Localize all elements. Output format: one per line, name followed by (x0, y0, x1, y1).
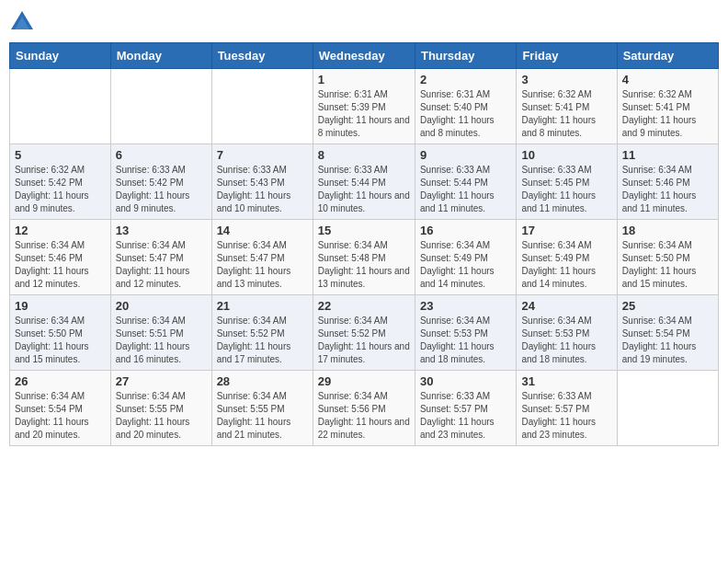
day-number: 3 (521, 73, 611, 86)
day-number: 23 (420, 299, 511, 313)
day-info: Sunrise: 6:34 AMSunset: 5:54 PMDaylight:… (15, 390, 106, 442)
calendar-day-cell: 10Sunrise: 6:33 AMSunset: 5:45 PMDayligh… (517, 144, 617, 220)
weekday-header: Wednesday (313, 43, 415, 69)
day-number: 30 (420, 374, 511, 388)
calendar-day-cell: 5Sunrise: 6:32 AMSunset: 5:42 PMDaylight… (10, 144, 111, 220)
day-number: 26 (15, 374, 106, 388)
day-info: Sunrise: 6:34 AMSunset: 5:48 PMDaylight:… (318, 239, 410, 291)
calendar-day-cell: 1Sunrise: 6:31 AMSunset: 5:39 PMDaylight… (313, 69, 415, 144)
day-info: Sunrise: 6:34 AMSunset: 5:55 PMDaylight:… (217, 390, 308, 442)
day-info: Sunrise: 6:33 AMSunset: 5:45 PMDaylight:… (521, 164, 611, 215)
day-info: Sunrise: 6:34 AMSunset: 5:49 PMDaylight:… (521, 239, 611, 291)
calendar-day-cell: 19Sunrise: 6:34 AMSunset: 5:50 PMDayligh… (10, 295, 111, 371)
calendar: SundayMondayTuesdayWednesdayThursdayFrid… (9, 42, 719, 446)
day-info: Sunrise: 6:34 AMSunset: 5:52 PMDaylight:… (318, 315, 410, 366)
day-number: 8 (318, 148, 410, 162)
calendar-day-cell (617, 371, 718, 446)
day-number: 21 (217, 299, 308, 313)
calendar-day-cell: 11Sunrise: 6:34 AMSunset: 5:46 PMDayligh… (617, 144, 718, 220)
day-number: 20 (116, 299, 207, 313)
weekday-header: Saturday (617, 43, 718, 69)
day-info: Sunrise: 6:33 AMSunset: 5:44 PMDaylight:… (420, 164, 511, 215)
calendar-day-cell: 15Sunrise: 6:34 AMSunset: 5:48 PMDayligh… (313, 220, 415, 295)
day-number: 2 (420, 73, 511, 86)
day-info: Sunrise: 6:33 AMSunset: 5:44 PMDaylight:… (318, 164, 410, 215)
day-info: Sunrise: 6:32 AMSunset: 5:41 PMDaylight:… (622, 88, 713, 140)
day-number: 9 (420, 148, 511, 162)
calendar-day-cell: 14Sunrise: 6:34 AMSunset: 5:47 PMDayligh… (211, 220, 313, 295)
calendar-day-cell: 18Sunrise: 6:34 AMSunset: 5:50 PMDayligh… (617, 220, 718, 295)
day-number: 7 (217, 148, 308, 162)
day-info: Sunrise: 6:34 AMSunset: 5:46 PMDaylight:… (15, 239, 106, 291)
calendar-day-cell (211, 69, 313, 144)
calendar-day-cell: 27Sunrise: 6:34 AMSunset: 5:55 PMDayligh… (110, 371, 211, 446)
day-info: Sunrise: 6:34 AMSunset: 5:49 PMDaylight:… (420, 239, 511, 291)
calendar-day-cell: 28Sunrise: 6:34 AMSunset: 5:55 PMDayligh… (211, 371, 313, 446)
calendar-day-cell: 30Sunrise: 6:33 AMSunset: 5:57 PMDayligh… (415, 371, 516, 446)
calendar-day-cell: 26Sunrise: 6:34 AMSunset: 5:54 PMDayligh… (10, 371, 111, 446)
day-info: Sunrise: 6:33 AMSunset: 5:43 PMDaylight:… (217, 164, 308, 215)
day-number: 28 (217, 374, 308, 388)
weekday-header: Thursday (415, 43, 516, 69)
day-number: 19 (15, 299, 106, 313)
day-info: Sunrise: 6:34 AMSunset: 5:51 PMDaylight:… (116, 315, 207, 366)
calendar-day-cell: 24Sunrise: 6:34 AMSunset: 5:53 PMDayligh… (517, 295, 617, 371)
day-number: 11 (622, 148, 713, 162)
calendar-day-cell (110, 69, 211, 144)
day-number: 16 (420, 224, 511, 237)
calendar-day-cell: 23Sunrise: 6:34 AMSunset: 5:53 PMDayligh… (415, 295, 516, 371)
calendar-day-cell: 13Sunrise: 6:34 AMSunset: 5:47 PMDayligh… (110, 220, 211, 295)
day-info: Sunrise: 6:31 AMSunset: 5:40 PMDaylight:… (420, 88, 511, 140)
day-number: 14 (217, 224, 308, 237)
calendar-day-cell: 31Sunrise: 6:33 AMSunset: 5:57 PMDayligh… (517, 371, 617, 446)
day-info: Sunrise: 6:34 AMSunset: 5:52 PMDaylight:… (217, 315, 308, 366)
day-info: Sunrise: 6:32 AMSunset: 5:41 PMDaylight:… (521, 88, 611, 140)
calendar-day-cell: 12Sunrise: 6:34 AMSunset: 5:46 PMDayligh… (10, 220, 111, 295)
calendar-day-cell: 3Sunrise: 6:32 AMSunset: 5:41 PMDaylight… (517, 69, 617, 144)
calendar-day-cell: 4Sunrise: 6:32 AMSunset: 5:41 PMDaylight… (617, 69, 718, 144)
weekday-header-row: SundayMondayTuesdayWednesdayThursdayFrid… (10, 43, 719, 69)
day-number: 31 (521, 374, 611, 388)
day-info: Sunrise: 6:34 AMSunset: 5:47 PMDaylight:… (217, 239, 308, 291)
day-number: 6 (116, 148, 207, 162)
day-number: 27 (116, 374, 207, 388)
logo-icon (9, 9, 35, 35)
day-info: Sunrise: 6:33 AMSunset: 5:57 PMDaylight:… (521, 390, 611, 442)
logo (9, 9, 39, 35)
day-number: 17 (521, 224, 611, 237)
day-number: 25 (622, 299, 713, 313)
day-number: 15 (318, 224, 410, 237)
day-number: 29 (318, 374, 410, 388)
calendar-day-cell: 16Sunrise: 6:34 AMSunset: 5:49 PMDayligh… (415, 220, 516, 295)
calendar-week-row: 12Sunrise: 6:34 AMSunset: 5:46 PMDayligh… (10, 220, 719, 295)
day-number: 5 (15, 148, 106, 162)
day-info: Sunrise: 6:34 AMSunset: 5:53 PMDaylight:… (521, 315, 611, 366)
calendar-day-cell: 20Sunrise: 6:34 AMSunset: 5:51 PMDayligh… (110, 295, 211, 371)
calendar-day-cell: 8Sunrise: 6:33 AMSunset: 5:44 PMDaylight… (313, 144, 415, 220)
page-header (9, 9, 719, 35)
day-info: Sunrise: 6:33 AMSunset: 5:42 PMDaylight:… (116, 164, 207, 215)
day-info: Sunrise: 6:34 AMSunset: 5:50 PMDaylight:… (622, 239, 713, 291)
day-number: 10 (521, 148, 611, 162)
day-info: Sunrise: 6:34 AMSunset: 5:50 PMDaylight:… (15, 315, 106, 366)
day-info: Sunrise: 6:32 AMSunset: 5:42 PMDaylight:… (15, 164, 106, 215)
calendar-day-cell: 22Sunrise: 6:34 AMSunset: 5:52 PMDayligh… (313, 295, 415, 371)
calendar-day-cell: 17Sunrise: 6:34 AMSunset: 5:49 PMDayligh… (517, 220, 617, 295)
weekday-header: Monday (110, 43, 211, 69)
calendar-day-cell: 7Sunrise: 6:33 AMSunset: 5:43 PMDaylight… (211, 144, 313, 220)
weekday-header: Friday (517, 43, 617, 69)
calendar-day-cell: 2Sunrise: 6:31 AMSunset: 5:40 PMDaylight… (415, 69, 516, 144)
weekday-header: Sunday (10, 43, 111, 69)
day-info: Sunrise: 6:34 AMSunset: 5:47 PMDaylight:… (116, 239, 207, 291)
calendar-week-row: 19Sunrise: 6:34 AMSunset: 5:50 PMDayligh… (10, 295, 719, 371)
day-info: Sunrise: 6:33 AMSunset: 5:57 PMDaylight:… (420, 390, 511, 442)
weekday-header: Tuesday (211, 43, 313, 69)
calendar-day-cell: 25Sunrise: 6:34 AMSunset: 5:54 PMDayligh… (617, 295, 718, 371)
day-number: 12 (15, 224, 106, 237)
day-number: 22 (318, 299, 410, 313)
calendar-week-row: 26Sunrise: 6:34 AMSunset: 5:54 PMDayligh… (10, 371, 719, 446)
day-number: 18 (622, 224, 713, 237)
day-info: Sunrise: 6:31 AMSunset: 5:39 PMDaylight:… (318, 88, 410, 140)
calendar-day-cell: 9Sunrise: 6:33 AMSunset: 5:44 PMDaylight… (415, 144, 516, 220)
calendar-week-row: 5Sunrise: 6:32 AMSunset: 5:42 PMDaylight… (10, 144, 719, 220)
